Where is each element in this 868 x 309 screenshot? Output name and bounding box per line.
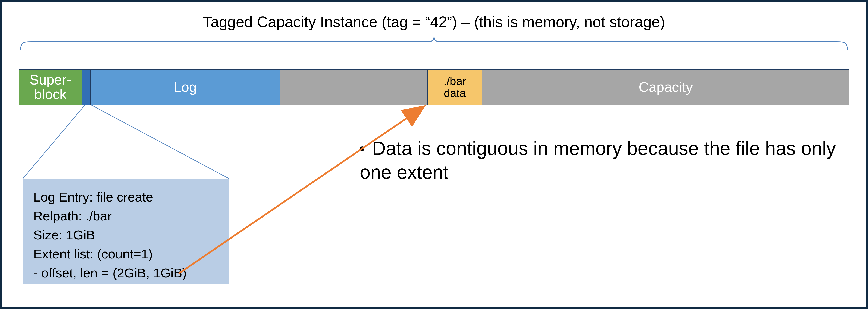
explanation-bullet: Data is contiguous in memory because the… <box>360 136 841 184</box>
callout-line-2: Relpath: ./bar <box>33 207 219 225</box>
segment-log-label: Log <box>174 79 197 95</box>
callout-line-5: - offset, len = (2GiB, 1GiB) <box>33 264 219 282</box>
svg-line-1 <box>91 105 229 179</box>
segment-bar-data-label: ./bar data <box>443 75 466 99</box>
segment-capacity-label: Capacity <box>639 79 693 95</box>
svg-line-0 <box>23 105 85 179</box>
segment-log-entry-marker <box>82 69 91 104</box>
diagram-frame: Tagged Capacity Instance (tag = “42”) – … <box>0 0 868 309</box>
segment-bar-data: ./bar data <box>428 69 483 104</box>
segment-capacity-after-data: Capacity <box>483 69 849 104</box>
segment-superblock: Super- block <box>19 69 82 104</box>
top-brace <box>19 35 849 52</box>
segment-superblock-label: Super- block <box>30 72 71 102</box>
callout-line-3: Size: 1GiB <box>33 225 219 245</box>
memory-bar: Super- block Log ./bar data Capacity <box>19 69 849 105</box>
explanation-text: Data is contiguous in memory because the… <box>360 138 836 183</box>
log-entry-callout: Log Entry: file create Relpath: ./bar Si… <box>23 179 229 284</box>
segment-capacity-before-data <box>280 69 428 104</box>
segment-log: Log <box>91 69 280 104</box>
callout-line-1: Log Entry: file create <box>33 188 219 207</box>
callout-line-4: Extent list: (count=1) <box>33 245 219 264</box>
bullet-dot-icon <box>360 147 365 151</box>
diagram-title: Tagged Capacity Instance (tag = “42”) – … <box>2 13 866 31</box>
